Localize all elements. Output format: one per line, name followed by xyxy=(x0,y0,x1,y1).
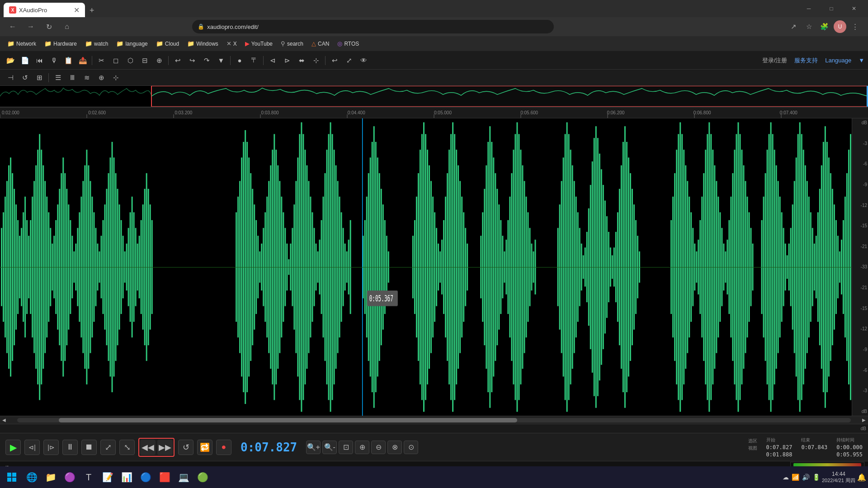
redo-btn[interactable]: ↪ xyxy=(185,54,199,67)
bookmark-icon[interactable]: ☆ xyxy=(802,19,816,34)
bookmark-cloud[interactable]: 📁 Cloud xyxy=(152,38,183,49)
phase-btn[interactable]: ⊕ xyxy=(94,71,108,84)
skip-prev-button[interactable]: ⊲| xyxy=(24,440,40,455)
spectrogram-btn[interactable]: ≋ xyxy=(80,71,94,84)
snap-btn[interactable]: ⊣ xyxy=(4,71,17,84)
waveform-btn[interactable]: ☰ xyxy=(51,71,65,84)
cut-btn[interactable]: ✂ xyxy=(94,54,108,67)
forward-button[interactable]: → xyxy=(24,19,38,34)
bookmark-watch[interactable]: 📁 watch xyxy=(81,38,112,49)
mixdown-btn[interactable]: 📋 xyxy=(61,54,75,67)
taskbar-explorer-icon[interactable]: 📁 xyxy=(42,468,60,486)
profile-icon[interactable]: U xyxy=(833,19,847,34)
minimize-button[interactable]: ─ xyxy=(798,1,819,16)
taskbar-text-icon[interactable]: T xyxy=(80,468,98,486)
language-dropdown-icon[interactable]: ▼ xyxy=(859,57,864,64)
select-btn[interactable]: ● xyxy=(233,54,246,67)
normalize-btn[interactable]: ⊲ xyxy=(266,54,279,67)
support-button[interactable]: 服务支持 xyxy=(794,56,818,65)
open-file-btn[interactable]: 📂 xyxy=(4,54,17,67)
waveform-section[interactable]: 0:05.367 dB -3 -6 -9 -12 -15 -21 -33 -21… xyxy=(0,118,868,416)
zoom-x-btn[interactable]: ⊕ xyxy=(355,441,369,454)
bookmark-youtube[interactable]: ▶ YouTube xyxy=(241,38,276,49)
new-btn[interactable]: 📄 xyxy=(18,54,32,67)
tab-close-button[interactable]: ✕ xyxy=(74,6,80,14)
bookmark-rtos[interactable]: ◎ RTOS xyxy=(334,38,363,49)
taskbar-excel-icon[interactable]: 📊 xyxy=(118,468,136,486)
stop-button[interactable]: ⏹ xyxy=(81,440,97,455)
export-btn[interactable]: 📤 xyxy=(76,54,90,67)
address-bar[interactable]: 🔒 xaudiopro.com/edit/ xyxy=(192,20,554,33)
fast-forward-button[interactable]: ▶▶ xyxy=(157,440,173,455)
tray-battery-icon[interactable]: 🔋 xyxy=(812,474,820,481)
zoom-fit-btn[interactable]: ⊡ xyxy=(339,441,353,454)
dropdown-btn[interactable]: ▼ xyxy=(214,54,228,67)
redo2-btn[interactable]: ↷ xyxy=(200,54,213,67)
maximize-button[interactable]: □ xyxy=(821,1,842,16)
taskbar-browser-icon[interactable]: 🌐 xyxy=(23,468,41,486)
taskbar-outlook-icon[interactable]: 🔵 xyxy=(137,468,155,486)
close-button[interactable]: ✕ xyxy=(844,1,864,16)
bookmark-can[interactable]: △ CAN xyxy=(308,38,333,49)
taskbar-notepad-icon[interactable]: 📝 xyxy=(99,468,117,486)
bookmark-search[interactable]: ⚲ search xyxy=(277,38,307,49)
marker-btn[interactable]: 〒 xyxy=(247,54,261,67)
play-button[interactable]: ▶ xyxy=(5,440,21,455)
active-tab[interactable]: X XAudioPro ✕ xyxy=(4,3,85,17)
spectrum-btn[interactable]: Ⅲ xyxy=(66,71,79,84)
zoom-x3-btn[interactable]: ⊗ xyxy=(387,441,402,454)
crossfade-btn[interactable]: ⊞ xyxy=(33,71,46,84)
loop-toggle-btn[interactable]: ↺ xyxy=(18,71,32,84)
refresh-button[interactable]: ↻ xyxy=(42,19,56,34)
taskbar-app1-icon[interactable]: 🟣 xyxy=(61,468,79,486)
scroll-left-arrow[interactable]: ◀ xyxy=(0,416,8,424)
delete-btn[interactable]: ⊟ xyxy=(138,54,151,67)
loop-button[interactable]: ⤢ xyxy=(100,440,116,455)
stretch-btn[interactable]: ⬌ xyxy=(295,54,308,67)
view-btn[interactable]: 👁 xyxy=(357,54,370,67)
zoom-x2-btn[interactable]: ⊖ xyxy=(371,441,386,454)
zoom-x4-btn[interactable]: ⊙ xyxy=(404,441,418,454)
horizontal-scrollbar[interactable]: ◀ ▶ xyxy=(0,416,868,424)
bookmark-language[interactable]: 📁 language xyxy=(113,38,151,49)
zoom-in-btn[interactable]: 🔍+ xyxy=(306,441,321,454)
share-icon[interactable]: ↗ xyxy=(787,19,801,34)
back-button[interactable]: ← xyxy=(5,19,20,34)
taskbar-terminal-icon[interactable]: 💻 xyxy=(175,468,193,486)
copy-btn[interactable]: ⬡ xyxy=(123,54,137,67)
repeat-button[interactable]: ↺ xyxy=(178,440,193,455)
undo-btn[interactable]: ↩ xyxy=(171,54,184,67)
tray-volume-icon[interactable]: 🔊 xyxy=(802,474,810,481)
insert-btn[interactable]: ⊕ xyxy=(152,54,166,67)
record-button[interactable]: ● xyxy=(216,440,231,455)
loop2-button[interactable]: 🔁 xyxy=(197,440,212,455)
waveform-display[interactable]: 0:05.367 xyxy=(0,118,852,416)
zoom-out-btn[interactable]: 🔍- xyxy=(322,441,337,454)
overview-bar[interactable] xyxy=(0,86,868,108)
record-btn[interactable]: 🎙 xyxy=(47,54,61,67)
pitch-btn[interactable]: ⊹ xyxy=(309,54,323,67)
scrollbar-thumb[interactable] xyxy=(59,418,517,422)
extensions-icon[interactable]: 🧩 xyxy=(817,19,832,34)
skip-next-button[interactable]: |⊳ xyxy=(43,440,59,455)
fit-button[interactable]: ⤡ xyxy=(119,440,135,455)
scroll-right-arrow[interactable]: ▶ xyxy=(860,416,868,424)
taskbar-app2-icon[interactable]: 🟥 xyxy=(156,468,174,486)
home-button[interactable]: ⌂ xyxy=(60,19,74,34)
notification-button[interactable]: 🔔 xyxy=(857,473,866,482)
start-button[interactable] xyxy=(2,467,22,487)
revert-btn[interactable]: ⏮ xyxy=(33,54,46,67)
bookmark-network[interactable]: 📁 Network xyxy=(4,38,40,49)
trim-btn[interactable]: ◻ xyxy=(109,54,123,67)
rewind-button[interactable]: ◀◀ xyxy=(140,440,156,455)
cursor-btn[interactable]: ↩ xyxy=(328,54,341,67)
login-button[interactable]: 登录/注册 xyxy=(759,55,791,66)
menu-icon[interactable]: ⋮ xyxy=(848,19,863,34)
tray-network-icon[interactable]: 📶 xyxy=(792,474,799,481)
language-button[interactable]: Language xyxy=(821,56,855,65)
scrollbar-track[interactable] xyxy=(17,418,851,422)
new-tab-button[interactable]: + xyxy=(86,4,98,17)
zoom-sel-btn[interactable]: ⤢ xyxy=(342,54,356,67)
taskbar-wechat-icon[interactable]: 🟢 xyxy=(193,468,212,486)
bookmark-windows[interactable]: 📁 Windows xyxy=(184,38,222,49)
